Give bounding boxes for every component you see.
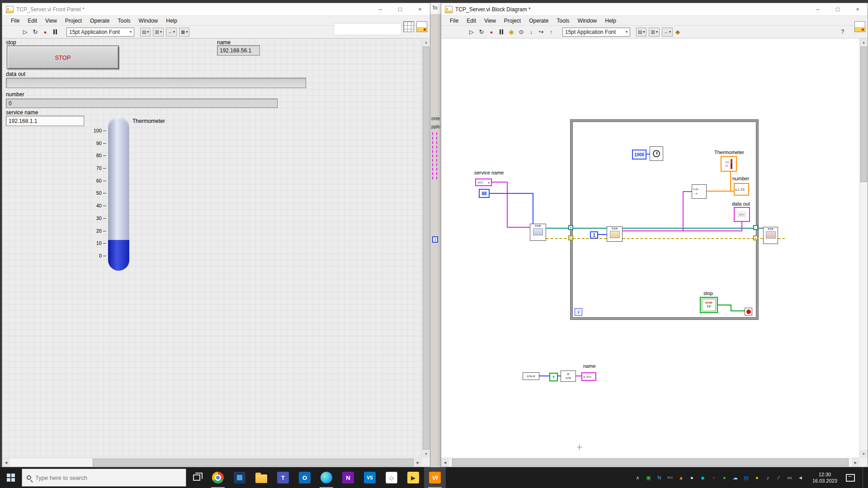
string-wire[interactable]	[492, 182, 507, 183]
menu-window[interactable]: Window	[574, 18, 601, 24]
minimize-button[interactable]: –	[370, 3, 390, 15]
loop-condition-terminal[interactable]	[745, 308, 752, 315]
shift-register-left[interactable]: ▼	[568, 235, 573, 240]
align-objects-button[interactable]: ▤▾	[636, 28, 646, 37]
distribute-objects-button[interactable]: ▥▾	[649, 28, 659, 37]
run-button[interactable]: ▷	[20, 27, 30, 37]
pen-icon[interactable]: ∕	[775, 475, 782, 480]
menu-project[interactable]: Project	[61, 18, 86, 24]
scroll-up-icon[interactable]: ▲	[860, 38, 868, 46]
string-wire[interactable]	[741, 222, 742, 231]
menu-operate[interactable]: Operate	[86, 18, 113, 24]
stop-button-control[interactable]: STOP	[7, 46, 119, 69]
numeric-wire[interactable]	[533, 193, 533, 224]
abort-button[interactable]: ●	[486, 27, 496, 37]
connection-wire[interactable]	[546, 228, 607, 229]
numeric-wire[interactable]	[598, 234, 607, 235]
speaker-icon[interactable]: ◄	[797, 475, 804, 480]
font-selector[interactable]: 15pt Application Font ▾	[562, 28, 630, 37]
loop-iteration-terminal[interactable]: i	[575, 308, 582, 316]
taskbar-app-player[interactable]: ▶	[402, 467, 424, 488]
touch-keyboard-icon[interactable]: ▭	[786, 475, 793, 481]
action-center-icon[interactable]	[846, 474, 855, 482]
service-name-control[interactable]: 192.168.1.1	[6, 116, 84, 126]
error-wire[interactable]	[623, 238, 763, 239]
minimize-button[interactable]: –	[808, 3, 828, 15]
tray-icon[interactable]: ▣	[645, 475, 652, 481]
tray-icon[interactable]: ♪	[764, 475, 771, 480]
wait-ms-constant[interactable]: 1000	[632, 150, 646, 160]
vertical-scrollbar[interactable]: ▲ ▼	[859, 38, 868, 458]
align-objects-button[interactable]: ▤▾	[140, 28, 151, 37]
tray-icon[interactable]: N	[656, 475, 663, 480]
tcp-close-node[interactable]: TCP	[763, 227, 778, 244]
menu-edit[interactable]: Edit	[24, 18, 41, 24]
tcp-read-node[interactable]: TCP	[607, 226, 623, 242]
menu-help[interactable]: Help	[601, 18, 620, 24]
menu-tools[interactable]: Tools	[114, 18, 135, 24]
name-indicator[interactable]: 192.168.56.1	[217, 45, 260, 56]
horizontal-scrollbar[interactable]: ◀ ▶	[2, 458, 422, 467]
menu-tools[interactable]: Tools	[553, 18, 574, 24]
thermometer-indicator[interactable]	[108, 117, 129, 271]
tray-icon[interactable]: ●	[754, 475, 760, 480]
menu-file[interactable]: File	[446, 18, 462, 24]
maximize-button[interactable]: □	[390, 3, 410, 15]
string-wire[interactable]	[507, 227, 530, 228]
taskbar-app-explorer[interactable]	[250, 467, 272, 488]
boolean-true-constant[interactable]: T	[549, 373, 558, 381]
menu-project[interactable]: Project	[500, 18, 525, 24]
scrollbar-thumb[interactable]	[860, 47, 867, 182]
horizontal-scrollbar[interactable]: ◀ ▶	[441, 458, 859, 467]
tray-icon[interactable]: ☁	[732, 475, 739, 481]
pause-button[interactable]	[496, 27, 506, 37]
string-wire[interactable]	[683, 192, 684, 231]
name-terminal[interactable]: ▸ abc	[581, 372, 596, 381]
number-indicator[interactable]: 0	[6, 99, 278, 108]
thermometer-terminal[interactable]: 100-50-	[721, 156, 737, 172]
string-wire[interactable]	[683, 191, 692, 192]
maximize-button[interactable]: □	[828, 3, 848, 15]
shift-register-right[interactable]: ▲	[753, 235, 758, 240]
taskbar-app-3dviewer[interactable]: ◇	[381, 467, 402, 488]
block-diagram-titlebar[interactable]: TCP_Server.vi Block Diagram * – □ ×	[441, 3, 868, 16]
port-constant[interactable]: 88	[479, 189, 490, 198]
stop-terminal[interactable]: STOP TF	[700, 297, 718, 313]
reorder-objects-button[interactable]: ▦▾	[179, 28, 189, 37]
taskbar-app-teams[interactable]: T	[272, 467, 294, 488]
boolean-wire[interactable]	[731, 310, 745, 311]
run-continuous-button[interactable]: ↻	[476, 27, 486, 37]
data-out-terminal[interactable]: abc	[734, 207, 750, 222]
tray-icon[interactable]: ▲	[678, 475, 684, 480]
resize-objects-button[interactable]: ↔▾	[166, 28, 177, 37]
taskbar-app-vscode[interactable]: VS	[359, 467, 381, 488]
vi-icon[interactable]	[416, 21, 427, 32]
string-wire[interactable]	[507, 182, 508, 227]
taskbar-app-edge[interactable]	[316, 467, 337, 488]
menu-file[interactable]: File	[7, 18, 24, 24]
vertical-scrollbar[interactable]: ▲ ▼	[422, 38, 430, 458]
scroll-left-icon[interactable]: ◀	[441, 458, 449, 467]
scroll-up-icon[interactable]: ▲	[422, 38, 430, 46]
menu-help[interactable]: Help	[162, 18, 181, 24]
ip-to-string-node[interactable]: IP STR	[561, 371, 576, 382]
tray-icon[interactable]: ●	[689, 475, 695, 480]
taskbar-app-chrome[interactable]	[207, 467, 229, 488]
font-selector[interactable]: 15pt Application Font ▾	[66, 28, 134, 37]
retain-wire-values-icon[interactable]: ⊙	[516, 27, 526, 37]
taskbar-search[interactable]	[22, 469, 186, 487]
service-name-constant[interactable]: abc ▸	[475, 178, 492, 186]
step-over-icon[interactable]: ↪	[536, 27, 546, 37]
front-panel-canvas[interactable]: stop STOP name 192.168.56.1 data out num…	[2, 38, 422, 458]
numeric-wire[interactable]	[646, 154, 650, 155]
taskbar-app-onenote[interactable]: N	[337, 467, 359, 488]
step-into-icon[interactable]: ↓	[526, 27, 536, 37]
clean-up-diagram-icon[interactable]: ◆	[673, 27, 683, 37]
tray-icon[interactable]: ▤	[743, 475, 750, 481]
tray-icon[interactable]: ●	[721, 475, 728, 480]
run-continuous-button[interactable]: ↻	[30, 27, 40, 37]
loop-tunnel[interactable]	[753, 225, 758, 230]
close-button[interactable]: ×	[848, 3, 868, 15]
menu-view[interactable]: View	[480, 18, 500, 24]
boolean-wire[interactable]	[718, 305, 731, 305]
